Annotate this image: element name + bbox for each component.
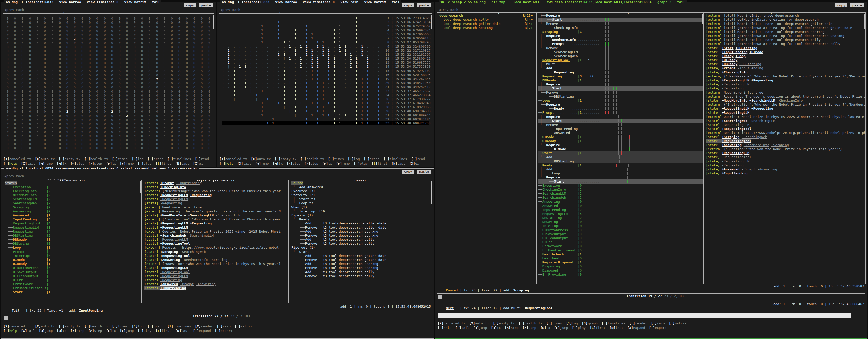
log-line[interactable]: [extern] [otel] MachineInit: trace deepr… bbox=[706, 13, 864, 18]
schema-tree-row-Remove[interactable]: └──Remove bbox=[538, 22, 703, 26]
toolbar-item-auto-tx[interactable]: [X]auto tx bbox=[251, 157, 271, 161]
reader-row[interactable]: Executed (3) bbox=[291, 189, 430, 193]
schema-tree-row-Scraping[interactable]: ──Scraping |1 bbox=[538, 30, 703, 34]
schema-tree-row-ErrNetwork[interactable]: ──ErrNetwork |0 bbox=[538, 244, 703, 248]
toolbar-item-empty-tx[interactable]: [ ]empty tx bbox=[275, 157, 297, 161]
toolbar-item-tail[interactable]: [ ]tail bbox=[455, 326, 469, 330]
log-line[interactable]: [extern] {"Question":"Who won the Nobel … bbox=[145, 262, 286, 266]
reader-row[interactable]: └──Loop t7 bbox=[291, 201, 430, 205]
prev-mach-button[interactable]: ◀prev mach bbox=[4, 174, 24, 178]
log-line[interactable]: [state] +Answered -Prompt -Answering bbox=[145, 282, 286, 286]
state-item-InputPending[interactable]: ├──InputPending |3 bbox=[5, 218, 140, 222]
schema-tree-row-DBSaving[interactable]: ──DBSaving |0 bbox=[538, 220, 703, 224]
toolbar-item-help[interactable]: [ ]help bbox=[219, 162, 233, 165]
log-line[interactable]: [extern] {"UserMessage":"Who won the Nob… bbox=[706, 74, 864, 78]
log-line[interactable]: [state] +Prompt -InputPending bbox=[706, 66, 864, 70]
log-line[interactable]: [state] +RequestingTool bbox=[145, 242, 286, 246]
toolbar-item-expand[interactable]: [ ]expand bbox=[193, 329, 211, 333]
scrollbar[interactable] bbox=[431, 15, 432, 29]
schema-tree-row-Ready[interactable]: ──Ready.............|1......... bbox=[538, 163, 703, 167]
toolbar-item-step[interactable]: [>]step bbox=[88, 329, 102, 333]
schema-tree-row-Start[interactable]: ──Start.............|1......... bbox=[538, 151, 703, 155]
log-line[interactable]: [state] +SearchingWeb -SearchingLLM bbox=[145, 233, 286, 237]
schema-tree-row-UIErr[interactable]: ──UIErr |0 bbox=[538, 240, 703, 244]
log-line[interactable]: [state] +Scraping -SearchingWeb bbox=[145, 250, 286, 254]
schema-tree-row-Start[interactable]: │ └──Start................... bbox=[538, 119, 703, 123]
state-item-UIErr[interactable]: ├──UIErr |0 bbox=[5, 278, 140, 282]
copy-button[interactable]: copy bbox=[402, 3, 414, 7]
state-item-UICleanOutput[interactable]: ├──UICleanOutput |0 bbox=[5, 274, 140, 278]
transition-slider[interactable] bbox=[3, 315, 432, 321]
schema-tree-row-Ready[interactable]: └──Ready.................. bbox=[538, 107, 703, 111]
schema-tree-row-UIReady[interactable]: ──UIReady |1 bbox=[538, 139, 703, 143]
state-item-Start[interactable]: └──Start |1 bbox=[5, 290, 140, 294]
toolbar-item-empty-tx[interactable]: [ ]empty tx bbox=[493, 321, 515, 325]
state-item-SearchingLLM[interactable]: ├──SearchingLLM |2 bbox=[5, 197, 140, 201]
schema-tree-row-CheckingInfo[interactable]: └──CheckingInfo bbox=[538, 26, 703, 30]
paste-button[interactable]: paste bbox=[199, 3, 213, 7]
toolbar-item-rain[interactable]: [ ]rain bbox=[651, 321, 665, 325]
schema-tree-row-SearchingWeb[interactable]: ──SearchingWeb |2 bbox=[538, 196, 703, 200]
reader-row[interactable]: └──Remove | t3 tool-deepresearch-colly bbox=[291, 242, 430, 246]
log-line[interactable]: [extern] {"Instruction":"Who won the Nob… bbox=[145, 218, 286, 222]
reader-row[interactable]: ├──Remove | t3 tool-deepresearch-searxng bbox=[291, 233, 430, 237]
rain-row[interactable]: .......1..111.1.11.11...111.1 27 | 15:53… bbox=[222, 101, 429, 105]
schema-tree-row-Disposing[interactable]: ──Disposing |0 bbox=[538, 264, 703, 269]
log-line[interactable]: [extern] Need more info: true bbox=[145, 205, 286, 209]
log-line[interactable]: [state] +RequestingLLM bbox=[145, 226, 286, 229]
schema-tree-row-DBStarting[interactable]: └──DBStarting bbox=[538, 159, 703, 163]
schema-tree-row-SearchingLLM[interactable]: ├──SearchingLLM bbox=[538, 50, 703, 54]
machine-item-deepresearch[interactable]: deepresearchR|23+ bbox=[439, 13, 534, 18]
toolbar-item-matrix[interactable]: [ ]matrix bbox=[669, 321, 686, 325]
toolbar-item-jump[interactable]: [▶]jump bbox=[554, 326, 568, 330]
toolbar-item-step[interactable]: [<]step bbox=[70, 329, 84, 333]
paste-button[interactable]: paste bbox=[850, 3, 864, 7]
prev-mach-button[interactable]: ◀prev mach bbox=[438, 8, 458, 12]
rain-row[interactable]: .1.........|1.1.11.11..11.1.. 12 | 15:53… bbox=[222, 57, 429, 61]
toolbar-item-times[interactable]: [ ]times bbox=[112, 324, 128, 328]
state-item-Scraping[interactable]: ├──Scraping |2 bbox=[5, 205, 140, 209]
log-line[interactable]: [state] -Requesting bbox=[145, 278, 286, 282]
reader-row[interactable]: ├──Remove | t3 tool-deepresearch-searxng bbox=[291, 266, 430, 270]
toolbar-item-step[interactable]: [>]step bbox=[305, 162, 318, 165]
toolbar-item-tx[interactable]: [▶]tx bbox=[106, 329, 116, 333]
rain-row[interactable]: .|.11.........1.11.11..11.1.. 14 | 15:53… bbox=[222, 65, 429, 69]
state-item-UISaveOutput[interactable]: ├──UISaveOutput |0 bbox=[5, 270, 140, 274]
log-line[interactable]: [extern] {"Instruction":"Who won the Nob… bbox=[706, 103, 864, 107]
rain-row[interactable]: ..|...|.1..1.1.1.11.11..111.1 26 | 15:53… bbox=[222, 97, 429, 101]
state-item-DBSaving[interactable]: ├──DBSaving |0 bbox=[5, 242, 140, 246]
toolbar-item-tx[interactable]: [◀]tx bbox=[57, 329, 66, 333]
schema-tree-row-Start[interactable]: │ └──Start................... bbox=[538, 86, 703, 90]
toolbar-item-help[interactable]: [ ]help bbox=[3, 329, 17, 333]
rain-row[interactable]: .......1..1..1.1....11..1.... 4 | 15:53:… bbox=[222, 28, 429, 32]
toolbar-item-log[interactable]: [1]log bbox=[132, 324, 144, 328]
log-line[interactable]: [extern] [otel] MachineInit: trace tool-… bbox=[706, 38, 864, 42]
machine-item[interactable]: - tool-deepresearch-collyR|4+ bbox=[439, 18, 534, 22]
log-line[interactable]: [extern] {"Question":"Who won the Nobel … bbox=[706, 147, 864, 151]
toolbar-item-reader[interactable]: [X]reader bbox=[195, 324, 213, 328]
toolbar-item-first[interactable]: [1]first bbox=[590, 326, 606, 330]
scrollbar[interactable] bbox=[213, 15, 214, 29]
transition-slider-handle[interactable] bbox=[438, 294, 442, 299]
schema-tree-row-UIMode[interactable]: └──UIMode................. bbox=[538, 147, 703, 151]
log-line[interactable]: [state] -RequestingTool bbox=[706, 155, 864, 159]
rain-row[interactable]: .......1...|11.1.11.11..111.1 28 | 15:53… bbox=[222, 105, 429, 109]
log-line[interactable]: [state] -RequestingLLM bbox=[145, 274, 286, 278]
transition-slider[interactable] bbox=[437, 293, 865, 300]
toolbar-item-jump[interactable]: [◀]jump bbox=[255, 162, 269, 165]
schema-tree-row-RequestingTool[interactable]: ──RequestingTool |1 * bbox=[538, 58, 703, 62]
rain-row[interactable]: .........|..1.11.11..11..1... 9 | 15:53:… bbox=[222, 45, 429, 49]
toolbar-item-play[interactable]: [ ]play bbox=[137, 329, 152, 333]
log-line[interactable]: [state] -RequestingLLM bbox=[145, 197, 286, 201]
toolbar-item-empty-tx[interactable]: [ ]empty tx bbox=[59, 324, 80, 328]
schema-tree-row-UISaveOutput[interactable]: ──UISaveOutput |0 bbox=[538, 232, 703, 236]
toolbar-item-jump[interactable]: [▶]jump bbox=[336, 162, 350, 165]
state-item-ErrNetwork[interactable]: ├──ErrNetwork |0 bbox=[5, 282, 140, 286]
toolbar-item-log[interactable]: [1]log bbox=[348, 157, 360, 161]
reader-row[interactable]: ├──Add | t3 tool-deepresearch-searxng bbox=[291, 229, 430, 233]
toolbar-item-jump[interactable]: [▶]jump bbox=[120, 162, 134, 165]
log-line[interactable]: [extern] Queries: Nobel Prize in Physics… bbox=[145, 229, 286, 233]
prev-mach-button[interactable]: ◀prev mach bbox=[4, 8, 24, 12]
log-line[interactable]: [extern] [otel] getMachineData: creating… bbox=[706, 18, 864, 22]
toolbar-item-export[interactable]: [ ]export bbox=[215, 329, 232, 333]
